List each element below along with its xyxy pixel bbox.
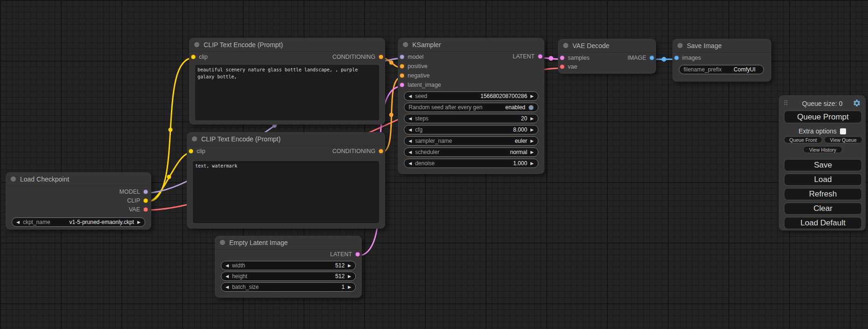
filename-prefix-widget[interactable]: filename_prefix ComfyUI (679, 65, 764, 74)
collapse-dot-icon[interactable] (403, 42, 408, 47)
output-slot-model[interactable]: MODEL (120, 189, 148, 195)
output-slot-latent[interactable]: LATENT (330, 251, 360, 258)
node-titlebar[interactable]: KSampler (398, 38, 544, 52)
decrement-arrow-icon[interactable]: ◀ (409, 161, 412, 166)
decrement-arrow-icon[interactable]: ◀ (226, 274, 229, 279)
decrement-arrow-icon[interactable]: ◀ (409, 94, 412, 98)
scheduler-widget[interactable]: ◀ scheduler normal ▶ (404, 147, 538, 157)
settings-gear-icon[interactable] (853, 99, 861, 107)
decrement-arrow-icon[interactable]: ◀ (409, 150, 412, 154)
input-slot-latent-image[interactable]: latent_image (400, 82, 441, 88)
increment-arrow-icon[interactable]: ▶ (530, 128, 534, 132)
load-button[interactable]: Load (784, 174, 862, 186)
negative-input-dot[interactable] (400, 73, 404, 78)
increment-arrow-icon[interactable]: ▶ (530, 139, 534, 143)
width-widget[interactable]: ◀ width 512 ▶ (221, 261, 356, 270)
latent-output-dot[interactable] (538, 54, 543, 59)
clip-input-dot[interactable] (189, 149, 193, 154)
input-slot-positive[interactable]: positive (400, 63, 427, 70)
positive-input-dot[interactable] (400, 64, 404, 69)
clear-button[interactable]: Clear (784, 203, 862, 215)
toggle-dot-icon[interactable] (529, 105, 534, 110)
node-save-image[interactable]: Save Image images filename_prefix ComfyU… (672, 39, 771, 82)
input-slot-samples[interactable]: samples (560, 55, 590, 61)
decrement-arrow-icon[interactable]: ◀ (226, 264, 229, 268)
input-slot-model[interactable]: model (400, 54, 423, 60)
increment-arrow-icon[interactable]: ▶ (530, 94, 534, 98)
node-titlebar[interactable]: VAE Decode (558, 39, 656, 53)
ckpt-name-widget[interactable]: ◀ ckpt_name v1-5-pruned-emaonly.ckpt ▶ (12, 217, 145, 227)
node-titlebar[interactable]: Empty Latent Image (215, 236, 362, 250)
node-titlebar[interactable]: CLIP Text Encode (Prompt) (189, 38, 385, 52)
input-slot-clip[interactable]: clip (191, 54, 208, 60)
decrement-arrow-icon[interactable]: ◀ (16, 220, 20, 224)
collapse-dot-icon[interactable] (220, 240, 225, 245)
latent-image-input-dot[interactable] (400, 83, 404, 87)
batch-size-widget[interactable]: ◀ batch_size 1 ▶ (221, 282, 356, 292)
clip-output-dot[interactable] (143, 198, 148, 203)
view-history-button[interactable]: View History (803, 146, 842, 153)
latent-output-dot[interactable] (355, 252, 360, 257)
input-slot-negative[interactable]: negative (400, 72, 430, 79)
queue-panel[interactable]: Queue size: 0 Queue Prompt Extra options… (779, 95, 866, 231)
load-default-button[interactable]: Load Default (784, 217, 862, 229)
save-button[interactable]: Save (784, 159, 862, 171)
decrement-arrow-icon[interactable]: ◀ (226, 285, 229, 289)
collapse-dot-icon[interactable] (194, 42, 199, 47)
node-clip-text-encode-negative[interactable]: CLIP Text Encode (Prompt) clip CONDITION… (187, 132, 385, 229)
node-load-checkpoint[interactable]: Load Checkpoint MODEL CLIP VAE ◀ ckpt_na… (6, 172, 151, 230)
output-slot-vae[interactable]: VAE (129, 206, 148, 213)
node-empty-latent-image[interactable]: Empty Latent Image LATENT ◀ width 512 ▶ … (215, 236, 362, 298)
input-slot-clip[interactable]: clip (189, 148, 205, 154)
clip-input-dot[interactable] (191, 55, 196, 59)
cfg-widget[interactable]: ◀ cfg 8.000 ▶ (404, 125, 538, 134)
increment-arrow-icon[interactable]: ▶ (530, 150, 534, 154)
decrement-arrow-icon[interactable]: ◀ (409, 117, 412, 121)
refresh-button[interactable]: Refresh (784, 188, 862, 200)
increment-arrow-icon[interactable]: ▶ (530, 117, 534, 121)
queue-prompt-button[interactable]: Queue Prompt (784, 111, 862, 123)
denoise-widget[interactable]: ◀ denoise 1.000 ▶ (404, 159, 538, 168)
increment-arrow-icon[interactable]: ▶ (348, 285, 351, 289)
collapse-dot-icon[interactable] (192, 136, 197, 141)
prompt-textarea[interactable]: beautiful scenery nature glass bottle la… (195, 65, 379, 120)
input-slot-images[interactable]: images (674, 55, 701, 61)
conditioning-output-dot[interactable] (379, 149, 383, 154)
image-output-dot[interactable] (649, 56, 654, 60)
random-seed-toggle-widget[interactable]: Random seed after every gen enabled (404, 103, 538, 112)
output-slot-conditioning[interactable]: CONDITIONING (332, 148, 383, 154)
model-output-dot[interactable] (143, 189, 148, 194)
collapse-dot-icon[interactable] (563, 43, 568, 48)
collapse-dot-icon[interactable] (677, 43, 683, 48)
node-clip-text-encode-positive[interactable]: CLIP Text Encode (Prompt) clip CONDITION… (189, 38, 385, 125)
collapse-dot-icon[interactable] (11, 176, 16, 182)
output-slot-conditioning[interactable]: CONDITIONING (332, 54, 383, 60)
increment-arrow-icon[interactable]: ▶ (348, 264, 351, 268)
samples-input-dot[interactable] (560, 56, 565, 60)
extra-options-checkbox[interactable] (840, 128, 846, 134)
model-input-dot[interactable] (400, 55, 404, 59)
node-ksampler[interactable]: KSampler model LATENT positive negative … (398, 38, 544, 174)
output-slot-image[interactable]: IMAGE (628, 55, 654, 61)
increment-arrow-icon[interactable]: ▶ (530, 161, 534, 166)
input-slot-vae[interactable]: vae (560, 63, 577, 70)
height-widget[interactable]: ◀ height 512 ▶ (221, 272, 356, 281)
node-titlebar[interactable]: CLIP Text Encode (Prompt) (187, 132, 385, 146)
output-slot-latent[interactable]: LATENT (513, 53, 543, 60)
node-titlebar[interactable]: Save Image (672, 39, 771, 53)
steps-widget[interactable]: ◀ steps 20 ▶ (404, 114, 538, 123)
seed-widget[interactable]: ◀ seed 156680208700286 ▶ (404, 91, 538, 101)
decrement-arrow-icon[interactable]: ◀ (409, 128, 412, 132)
images-input-dot[interactable] (674, 56, 679, 60)
decrement-arrow-icon[interactable]: ◀ (409, 139, 412, 143)
node-titlebar[interactable]: Load Checkpoint (6, 172, 151, 186)
vae-output-dot[interactable] (143, 207, 148, 212)
increment-arrow-icon[interactable]: ▶ (137, 220, 141, 224)
node-vae-decode[interactable]: VAE Decode samples IMAGE vae (558, 39, 656, 74)
queue-front-button[interactable]: Queue Front (784, 136, 822, 143)
increment-arrow-icon[interactable]: ▶ (348, 274, 351, 279)
view-queue-button[interactable]: View Queue (824, 136, 862, 143)
sampler-name-widget[interactable]: ◀ sampler_name euler ▶ (404, 136, 538, 146)
output-slot-clip[interactable]: CLIP (127, 197, 148, 204)
node-graph-canvas[interactable]: Load Checkpoint MODEL CLIP VAE ◀ ckpt_na… (0, 0, 868, 329)
